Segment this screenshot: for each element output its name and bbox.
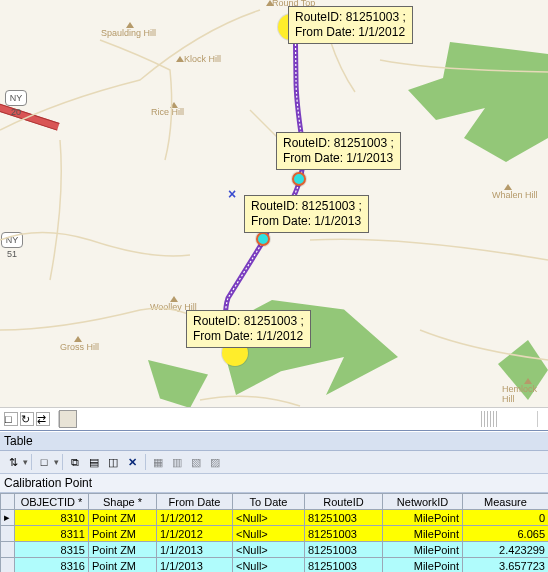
row-selector-header — [1, 494, 15, 510]
cell-fromdate[interactable]: 1/1/2013 — [157, 558, 233, 573]
col-header[interactable]: From Date — [157, 494, 233, 510]
cell-measure[interactable]: 0 — [463, 510, 549, 526]
cell-routeid[interactable]: 81251003 — [305, 558, 383, 573]
table-row[interactable]: ▸8310Point ZM1/1/2012<Null>81251003MileP… — [1, 510, 549, 526]
callout-line-1: RouteID: 81251003 ; — [251, 199, 362, 213]
separator — [145, 454, 146, 470]
marker-cyan-icon — [256, 232, 270, 246]
scrollbar-grip — [481, 411, 497, 427]
toolbar-btn-switch[interactable]: ▤ — [85, 453, 103, 471]
row-selector[interactable]: ▸ — [1, 510, 15, 526]
cell-fromdate[interactable]: 1/1/2012 — [157, 526, 233, 542]
cell-fromdate[interactable]: 1/1/2013 — [157, 542, 233, 558]
cell-measure[interactable]: 3.657723 — [463, 558, 549, 573]
horizontal-scrollbar[interactable] — [58, 411, 538, 427]
callout-line-2: From Date: 1/1/2013 — [251, 214, 361, 228]
separator — [31, 454, 32, 470]
cell-measure[interactable]: 2.423299 — [463, 542, 549, 558]
cell-routeid[interactable]: 81251003 — [305, 526, 383, 542]
col-header[interactable]: To Date — [233, 494, 305, 510]
cell-objectid[interactable]: 8311 — [15, 526, 89, 542]
map-callout: RouteID: 81251003 ;From Date: 1/1/2013 — [276, 132, 401, 170]
callout-line-1: RouteID: 81251003 ; — [193, 314, 304, 328]
toolbar-btn-select[interactable]: □ — [35, 453, 53, 471]
row-selector[interactable] — [1, 542, 15, 558]
cell-measure[interactable]: 6.065 — [463, 526, 549, 542]
cell-objectid[interactable]: 8310 — [15, 510, 89, 526]
map-control-bar: □ ↻ ⇄ — [0, 408, 548, 430]
cell-shape[interactable]: Point ZM — [89, 526, 157, 542]
cell-todate[interactable]: <Null> — [233, 510, 305, 526]
dropdown-caret-icon[interactable]: ▾ — [23, 457, 28, 467]
attribute-table[interactable]: OBJECTID * Shape * From Date To Date Rou… — [0, 493, 548, 572]
row-selector[interactable] — [1, 526, 15, 542]
table-row[interactable]: 8311Point ZM1/1/2012<Null>81251003MilePo… — [1, 526, 549, 542]
cell-routeid[interactable]: 81251003 — [305, 542, 383, 558]
cell-networkid[interactable]: MilePoint — [383, 526, 463, 542]
col-header[interactable]: OBJECTID * — [15, 494, 89, 510]
cell-objectid[interactable]: 8316 — [15, 558, 89, 573]
panel-title: Table — [0, 431, 548, 451]
toolbar-btn-disabled-1: ▦ — [149, 453, 167, 471]
marker-cyan-icon — [292, 172, 306, 186]
cell-networkid[interactable]: MilePoint — [383, 558, 463, 573]
ctrl-button-1[interactable]: □ — [4, 412, 18, 426]
table-panel: Table ⇅ ▾ □ ▾ ⧉ ▤ ◫ ✕ ▦ ▥ ▧ ▨ Calibratio… — [0, 430, 548, 572]
toolbar-btn-disabled-2: ▥ — [168, 453, 186, 471]
col-header[interactable]: Shape * — [89, 494, 157, 510]
ctrl-button-2[interactable]: ↻ — [20, 412, 34, 426]
cell-shape[interactable]: Point ZM — [89, 558, 157, 573]
table-row[interactable]: 8316Point ZM1/1/2013<Null>81251003MilePo… — [1, 558, 549, 573]
dropdown-caret-icon[interactable]: ▾ — [54, 457, 59, 467]
col-header[interactable]: RouteID — [305, 494, 383, 510]
map-canvas[interactable]: × NY 20NY 51Round TopKlock HillRice Hill… — [0, 0, 548, 408]
toolbar-btn-delete-icon[interactable]: ✕ — [123, 453, 141, 471]
separator — [62, 454, 63, 470]
callout-line-1: RouteID: 81251003 ; — [283, 136, 394, 150]
map-callout: RouteID: 81251003 ;From Date: 1/1/2013 — [244, 195, 369, 233]
callout-line-2: From Date: 1/1/2012 — [295, 25, 405, 39]
toolbar-btn-disabled-4: ▨ — [206, 453, 224, 471]
cell-fromdate[interactable]: 1/1/2012 — [157, 510, 233, 526]
x-marker: × — [228, 186, 236, 202]
map-callout: RouteID: 81251003 ;From Date: 1/1/2012 — [186, 310, 311, 348]
cell-shape[interactable]: Point ZM — [89, 510, 157, 526]
ctrl-button-3[interactable]: ⇄ — [36, 412, 50, 426]
cell-routeid[interactable]: 81251003 — [305, 510, 383, 526]
row-selector[interactable] — [1, 558, 15, 573]
cell-networkid[interactable]: MilePoint — [383, 510, 463, 526]
callout-line-1: RouteID: 81251003 ; — [295, 10, 406, 24]
cell-todate[interactable]: <Null> — [233, 558, 305, 573]
toolbar-btn-related[interactable]: ⧉ — [66, 453, 84, 471]
cell-todate[interactable]: <Null> — [233, 542, 305, 558]
toolbar-sort-icon[interactable]: ⇅ — [4, 453, 22, 471]
col-header[interactable]: Measure — [463, 494, 549, 510]
table-layer-name: Calibration Point — [0, 474, 548, 493]
toolbar-btn-disabled-3: ▧ — [187, 453, 205, 471]
scrollbar-thumb[interactable] — [59, 410, 77, 428]
table-row[interactable]: 8315Point ZM1/1/2013<Null>81251003MilePo… — [1, 542, 549, 558]
cell-todate[interactable]: <Null> — [233, 526, 305, 542]
callout-line-2: From Date: 1/1/2012 — [193, 329, 303, 343]
table-toolbar: ⇅ ▾ □ ▾ ⧉ ▤ ◫ ✕ ▦ ▥ ▧ ▨ — [0, 451, 548, 474]
col-header[interactable]: NetworkID — [383, 494, 463, 510]
toolbar-btn-options[interactable]: ◫ — [104, 453, 122, 471]
map-callout: RouteID: 81251003 ;From Date: 1/1/2012 — [288, 6, 413, 44]
table-header-row: OBJECTID * Shape * From Date To Date Rou… — [1, 494, 549, 510]
cell-shape[interactable]: Point ZM — [89, 542, 157, 558]
cell-objectid[interactable]: 8315 — [15, 542, 89, 558]
cell-networkid[interactable]: MilePoint — [383, 542, 463, 558]
callout-line-2: From Date: 1/1/2013 — [283, 151, 393, 165]
